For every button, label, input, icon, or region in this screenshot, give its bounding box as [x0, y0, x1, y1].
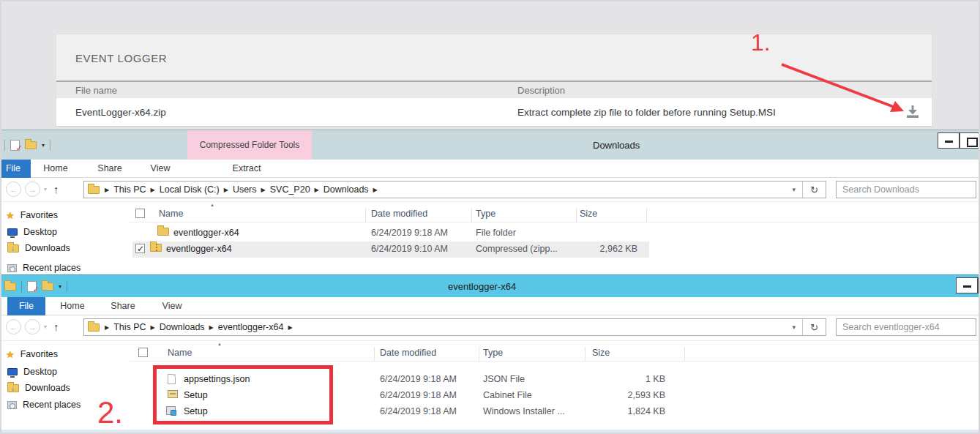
recent-locations-icon[interactable]: ▾ — [44, 323, 47, 330]
crumb-eventlogger-x64[interactable]: eventlogger-x64 — [216, 322, 286, 332]
navigation-pane: ★ Favorites Desktop ↓ Downloads Recent p… — [1, 202, 130, 274]
sidebar-item-downloads[interactable]: ↓ Downloads — [1, 381, 130, 395]
tab-view[interactable]: View — [155, 297, 189, 315]
column-size[interactable]: Size — [592, 348, 610, 358]
row-checkbox[interactable] — [135, 244, 145, 253]
sidebar-group-favorites[interactable]: ★ Favorites — [1, 347, 130, 362]
folder-icon[interactable] — [25, 141, 37, 149]
page-title: EVENT LOGGER — [56, 34, 932, 81]
search-box — [836, 318, 976, 336]
downloads-icon: ↓ — [7, 244, 19, 252]
chevron-down-icon[interactable]: ▾ — [59, 283, 61, 290]
file-type: JSON File — [483, 374, 525, 384]
download-icon[interactable] — [905, 105, 920, 119]
tab-file[interactable]: File — [0, 160, 31, 178]
crumb-this-pc[interactable]: This PC — [111, 184, 148, 195]
file-date: 6/24/2019 9:10 AM — [371, 244, 448, 254]
column-date-modified[interactable]: Date modified — [380, 348, 436, 358]
window-controls — [938, 132, 980, 149]
crumb-svc-p20[interactable]: SVC_P20 — [268, 184, 313, 195]
crumb-local-disk[interactable]: Local Disk (C:) — [157, 184, 222, 195]
folder-icon[interactable] — [42, 283, 53, 291]
event-logger-card: EVENT LOGGER File name Description Event… — [56, 34, 932, 127]
select-all-checkbox[interactable] — [138, 348, 148, 357]
search-input[interactable] — [837, 319, 976, 335]
recent-places-icon — [7, 264, 17, 272]
column-name[interactable]: Name — [168, 348, 192, 358]
breadcrumb-separator-icon: ▶ — [149, 324, 157, 331]
sidebar-item-desktop[interactable]: Desktop — [1, 225, 130, 239]
column-type[interactable]: Type — [483, 348, 503, 358]
column-type[interactable]: Type — [476, 209, 495, 219]
crumb-this-pc[interactable]: This PC — [111, 322, 148, 332]
maximize-button[interactable] — [960, 132, 980, 149]
folder-icon — [157, 228, 169, 236]
forward-button[interactable]: → — [25, 182, 40, 197]
column-divider — [479, 347, 479, 361]
file-name-cell: EventLogger-x64.zip — [75, 107, 166, 118]
tab-file[interactable]: File — [7, 297, 45, 315]
tab-extract[interactable]: Extract — [221, 160, 272, 178]
address-dropdown-icon[interactable]: ▾ — [786, 323, 803, 331]
minimize-button[interactable] — [956, 277, 978, 293]
sidebar-item-label: Downloads — [25, 243, 70, 253]
up-button[interactable]: ↑ — [53, 321, 59, 333]
sidebar-item-desktop[interactable]: Desktop — [1, 364, 130, 379]
sidebar-item-downloads[interactable]: ↓ Downloads — [1, 241, 130, 255]
search-input[interactable] — [837, 182, 976, 198]
window-title: Downloads — [593, 130, 640, 160]
sidebar-group-favorites[interactable]: ★ Favorites — [1, 208, 130, 222]
properties-icon[interactable] — [10, 140, 20, 151]
file-type: Windows Installer ... — [483, 406, 565, 416]
screenshot-root: EVENT LOGGER File name Description Event… — [0, 0, 980, 434]
sidebar-group-label: Favorites — [20, 210, 58, 220]
contextual-tab-group: Compressed Folder Tools — [187, 130, 312, 160]
file-row[interactable]: eventlogger-x64 6/24/2019 9:18 AM File f… — [130, 225, 980, 242]
breadcrumb-separator-icon: ▶ — [371, 187, 380, 193]
sidebar-group-label: Favorites — [20, 349, 58, 359]
downloads-icon: ↓ — [7, 384, 19, 392]
column-date-modified[interactable]: Date modified — [371, 209, 427, 219]
browser-page: EVENT LOGGER File name Description Event… — [1, 1, 979, 130]
tab-home[interactable]: Home — [38, 160, 73, 178]
refresh-icon[interactable]: ↻ — [803, 322, 826, 333]
crumb-downloads[interactable]: Downloads — [157, 322, 207, 332]
properties-icon[interactable] — [27, 281, 37, 292]
tab-view[interactable]: View — [143, 160, 177, 178]
description-cell: Extract complete zip file to folder befo… — [517, 107, 776, 118]
quick-access-toolbar: ▾ — [4, 130, 51, 160]
minimize-button[interactable] — [938, 132, 960, 149]
annotation-step-2: 2. — [97, 395, 123, 430]
column-name[interactable]: Name — [159, 209, 183, 219]
file-row-selected[interactable]: eventlogger-x64 6/24/2019 9:10 AM Compre… — [130, 242, 980, 258]
file-date: 6/24/2019 9:18 AM — [380, 390, 457, 400]
tab-share[interactable]: Share — [104, 297, 142, 315]
sidebar-item-label: Desktop — [23, 367, 57, 377]
sidebar-item-label: Recent places — [23, 263, 81, 273]
address-dropdown-icon[interactable]: ▾ — [786, 186, 803, 193]
tab-share[interactable]: Share — [91, 160, 129, 178]
crumb-users[interactable]: Users — [231, 184, 259, 195]
column-divider — [585, 347, 586, 361]
tab-home[interactable]: Home — [54, 297, 91, 315]
zip-folder-icon — [150, 244, 162, 252]
select-all-checkbox[interactable] — [135, 209, 145, 218]
back-button[interactable]: ← — [6, 182, 21, 197]
divider — [67, 281, 67, 292]
sort-ascending-icon: ▲ — [217, 342, 222, 346]
location-folder-icon — [88, 186, 100, 194]
forward-button[interactable]: → — [25, 319, 40, 334]
up-button[interactable]: ↑ — [53, 183, 59, 195]
chevron-down-icon[interactable]: ▾ — [42, 142, 45, 149]
recent-locations-icon[interactable]: ▾ — [44, 186, 47, 192]
breadcrumb-separator-icon: ▶ — [149, 187, 157, 193]
crumb-downloads[interactable]: Downloads — [321, 184, 371, 195]
column-size[interactable]: Size — [580, 209, 597, 219]
file-date: 6/24/2019 9:18 AM — [380, 374, 457, 384]
refresh-icon[interactable]: ↻ — [803, 184, 826, 195]
back-button[interactable]: ← — [6, 319, 21, 334]
sidebar-item-recent-places[interactable]: Recent places — [1, 261, 130, 275]
address-bar-controls: ▾ ↻ — [786, 182, 826, 198]
divider — [50, 140, 51, 151]
breadcrumb-separator-icon: ▶ — [207, 324, 216, 331]
